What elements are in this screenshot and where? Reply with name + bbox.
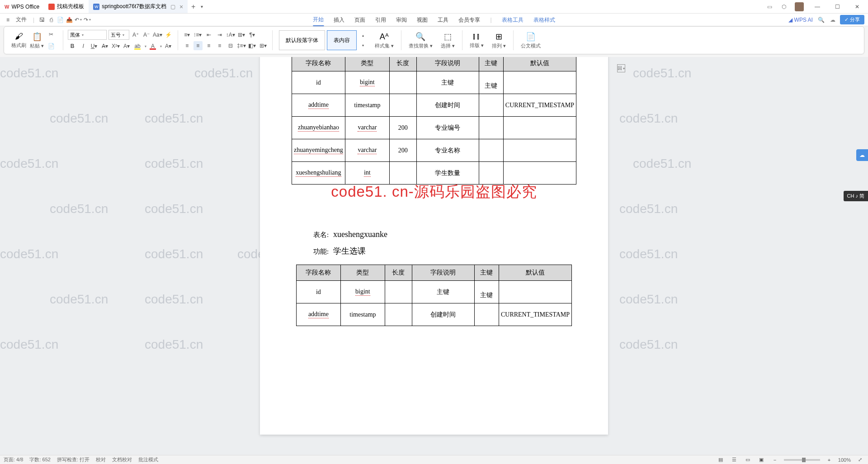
app-tab-document[interactable]: W springboott76t7数据库文档 ▢ × xyxy=(89,0,188,13)
view-outline-icon[interactable]: ☰ xyxy=(730,455,739,464)
copy-icon[interactable]: 📄 xyxy=(47,42,56,51)
search-icon[interactable]: 🔍 xyxy=(817,16,826,24)
zoom-out-button[interactable]: − xyxy=(770,455,779,464)
status-doccheck[interactable]: 文档校对 xyxy=(112,456,132,463)
bullets-button[interactable]: ≡▾ xyxy=(183,30,192,39)
table-row[interactable]: addtime timestamp 创建时间 CURRENT_TIMESTAMP xyxy=(292,94,576,117)
indent-button[interactable]: ⇥ xyxy=(215,30,224,39)
align-distribute-button[interactable]: ⊟ xyxy=(226,41,235,50)
app-tab-home[interactable]: W WPS Office xyxy=(0,0,44,13)
multiwindow-icon[interactable]: ▭ xyxy=(766,3,773,10)
ribbon-tab-member[interactable]: 会员专享 xyxy=(458,14,480,26)
cut-icon[interactable]: ✂ xyxy=(47,30,56,39)
layout-icon[interactable]: ⫿⫿ xyxy=(472,32,481,41)
paste-label[interactable]: 粘贴 ▾ xyxy=(30,43,44,49)
outdent-button[interactable]: ⇤ xyxy=(204,30,213,39)
tab-maximize-icon[interactable]: ▢ xyxy=(170,4,175,10)
table-row[interactable]: id bigint 主键 主键 xyxy=(292,71,576,94)
borders-button[interactable]: ⊞▾ xyxy=(259,41,268,50)
table-row[interactable]: id bigint 主键 主键 xyxy=(296,281,571,303)
undo-icon[interactable]: ↶▾ xyxy=(74,16,82,24)
db-table-1[interactable]: 字段名称 类型 长度 字段说明 主键 默认值 id bigint 主键 主键 xyxy=(292,57,576,185)
style-scroll-down[interactable]: ▾ xyxy=(359,41,368,50)
style-default[interactable]: 默认段落字体 xyxy=(279,30,325,50)
find-replace-icon[interactable]: 🔍 xyxy=(415,32,425,42)
ime-indicator[interactable]: CH ♪ 简 xyxy=(844,191,868,201)
print-preview-icon[interactable]: 📄 xyxy=(56,16,64,24)
tab-symbol-button[interactable]: ⊞▾ xyxy=(237,30,246,39)
status-proof[interactable]: 校对 xyxy=(96,456,106,463)
select-icon[interactable]: ⬚ xyxy=(444,32,452,42)
zoom-in-button[interactable]: + xyxy=(825,455,834,464)
document-area[interactable]: code51.cn code51.cn code51.cn code51.cn … xyxy=(0,57,868,455)
export-icon[interactable]: 📤 xyxy=(65,16,73,24)
style-set-label[interactable]: 样式集 ▾ xyxy=(375,43,394,49)
paragraph-mark-icon[interactable]: 回▾ xyxy=(617,64,625,72)
ribbon-tab-reference[interactable]: 引用 xyxy=(375,14,386,26)
arrange-label[interactable]: 排列 ▾ xyxy=(492,43,506,49)
bold-button[interactable]: B xyxy=(68,42,77,51)
tab-list-dropdown[interactable]: ▾ xyxy=(199,4,205,9)
user-avatar[interactable] xyxy=(795,2,804,11)
ribbon-tab-review[interactable]: 审阅 xyxy=(396,14,407,26)
new-tab-button[interactable]: + xyxy=(188,3,199,11)
view-read-icon[interactable]: ▣ xyxy=(757,455,766,464)
close-button[interactable]: ✕ xyxy=(851,4,863,10)
maximize-button[interactable]: ☐ xyxy=(831,4,844,10)
status-spellcheck[interactable]: 拼写检查: 打开 xyxy=(57,456,90,463)
ribbon-tab-insert[interactable]: 插入 xyxy=(334,14,344,26)
status-comments[interactable]: 批注模式 xyxy=(138,456,158,463)
show-marks-button[interactable]: ¶▾ xyxy=(248,30,257,39)
style-table-content[interactable]: 表内容 xyxy=(327,30,357,50)
ribbon-tab-start[interactable]: 开始 xyxy=(313,14,324,26)
hamburger-icon[interactable]: ≡ xyxy=(4,16,12,24)
view-web-icon[interactable]: ▭ xyxy=(743,455,752,464)
highlight-color-button[interactable]: ab xyxy=(133,42,142,51)
paste-icon[interactable]: 📋 xyxy=(32,32,42,42)
arrange-icon[interactable]: ⊞ xyxy=(495,32,502,42)
highlight-color-dropdown[interactable]: ▾ xyxy=(145,44,146,48)
file-menu[interactable]: 文件 xyxy=(13,15,29,24)
align-center-button[interactable]: ≡ xyxy=(193,41,203,50)
font-color-button[interactable]: A xyxy=(148,42,157,51)
ribbon-tab-page[interactable]: 页面 xyxy=(354,14,365,26)
table-row[interactable]: xueshengshuliang int 学生数量 xyxy=(292,162,576,185)
fit-page-icon[interactable]: ⤢ xyxy=(855,455,864,464)
table-row[interactable]: addtime timestamp 创建时间 CURRENT_TIMESTAMP xyxy=(296,303,571,326)
wps-ai-button[interactable]: ◢ WPS AI xyxy=(788,17,813,23)
underline-button[interactable]: U▾ xyxy=(90,42,99,51)
align-right-button[interactable]: ≡ xyxy=(204,41,213,50)
align-left-button[interactable]: ≡ xyxy=(183,41,192,50)
line-spacing-button[interactable]: ‡≡▾ xyxy=(237,41,246,50)
official-mode-icon[interactable]: 📄 xyxy=(526,32,536,42)
db-table-2[interactable]: 字段名称 类型 长度 字段说明 主键 默认值 id bigint 主键 主键 xyxy=(296,265,572,326)
shading-button[interactable]: ◧▾ xyxy=(248,41,257,50)
font-background-button[interactable]: A▾ xyxy=(164,42,173,51)
italic-button[interactable]: I xyxy=(79,42,88,51)
save-icon[interactable]: 🖫 xyxy=(38,16,46,24)
ribbon-tab-table-style[interactable]: 表格样式 xyxy=(533,14,555,26)
find-replace-label[interactable]: 查找替换 ▾ xyxy=(409,43,433,49)
print-icon[interactable]: ⎙ xyxy=(47,16,55,24)
clear-format-icon[interactable]: ⚡ xyxy=(164,30,173,39)
text-effects-button[interactable]: A▾ xyxy=(122,42,131,51)
redo-icon[interactable]: ↷▾ xyxy=(83,16,91,24)
ribbon-tab-table-tools[interactable]: 表格工具 xyxy=(502,14,524,26)
cloud-icon[interactable]: ☁ xyxy=(830,17,835,23)
view-page-icon[interactable]: ▤ xyxy=(716,455,725,464)
zoom-slider[interactable] xyxy=(784,459,820,461)
app-tab-template[interactable]: 找稿壳模板 xyxy=(44,0,89,13)
ribbon-tab-view[interactable]: 视图 xyxy=(417,14,428,26)
minimize-button[interactable]: — xyxy=(811,4,824,10)
strikethrough-button[interactable]: A̶▾ xyxy=(100,42,109,51)
ribbon-tab-tools[interactable]: 工具 xyxy=(438,14,448,26)
format-brush-icon[interactable]: 🖌 xyxy=(15,32,23,41)
change-case-icon[interactable]: Aa▾ xyxy=(153,30,162,39)
document-page[interactable]: 字段名称 类型 长度 字段说明 主键 默认值 id bigint 主键 主键 xyxy=(260,57,608,435)
layout-label[interactable]: 排版 ▾ xyxy=(470,42,484,49)
cloud-side-button[interactable]: ☁ xyxy=(856,149,868,161)
numbering-button[interactable]: ⁝≡▾ xyxy=(193,30,203,39)
cube-icon[interactable]: ⬡ xyxy=(780,3,788,10)
status-page[interactable]: 页面: 4/8 xyxy=(4,456,23,463)
font-color-dropdown[interactable]: ▾ xyxy=(160,44,162,48)
